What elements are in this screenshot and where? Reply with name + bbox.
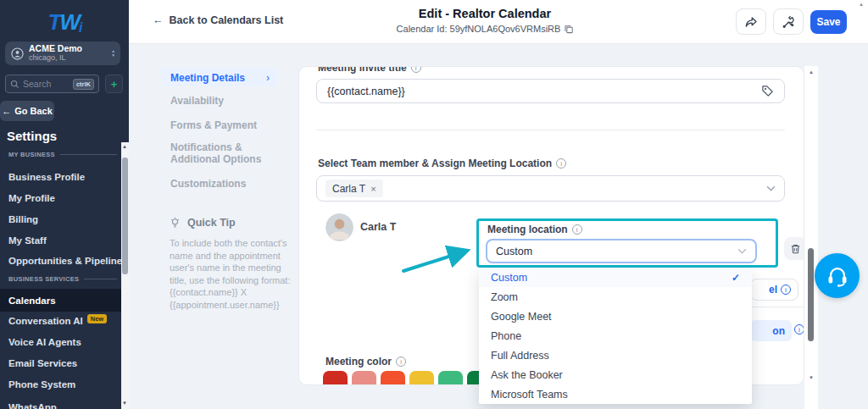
info-icon: i <box>396 356 406 367</box>
content-scroll-down-icon[interactable]: ▼ <box>808 375 815 380</box>
tab-notifications-additional-options[interactable]: Notifications & Additional Options <box>170 141 272 165</box>
member-avatar <box>326 213 353 241</box>
dropdown-option-custom[interactable]: Custom ✓ <box>479 268 752 287</box>
share-icon <box>744 15 758 29</box>
trash-icon <box>790 243 801 255</box>
sidebar-item-business-profile[interactable]: Business Profile <box>8 172 85 182</box>
new-badge: New <box>87 314 107 323</box>
color-swatch-red[interactable] <box>323 371 348 385</box>
search-input[interactable]: Search ctrlK <box>5 75 99 93</box>
sidebar-item-my-staff[interactable]: My Staff <box>8 235 47 246</box>
meeting-location-dropdown: Custom ✓ Zoom Google Meet Phone Full Add… <box>479 268 752 404</box>
back-arrow-icon: ← <box>2 106 11 116</box>
app-window: TWi ACME Demo chicago, IL ▴ ▾ Search ctr… <box>0 0 868 409</box>
search-icon <box>10 80 19 89</box>
save-button[interactable]: Save <box>810 10 847 34</box>
info-icon: i <box>781 285 791 295</box>
sidebar-item-phone-system[interactable]: Phone System <box>8 379 75 390</box>
delete-location-button[interactable] <box>784 237 804 260</box>
quick-tip-heading: Quick Tip <box>170 217 236 229</box>
sidebar-scrollbar-thumb[interactable] <box>122 158 128 274</box>
go-back-button[interactable]: ← Go Back <box>0 101 54 121</box>
page-scroll-up-icon[interactable]: ▲ <box>859 2 864 7</box>
scroll-gutter <box>804 66 818 409</box>
meeting-location-highlight: Meeting location i Custom <box>476 218 778 268</box>
sidebar-item-conversation-ai[interactable]: Conversation AINew <box>8 316 107 327</box>
meeting-invite-title-input[interactable]: {{contact.name}} <box>316 79 785 103</box>
account-icon <box>11 47 24 60</box>
sidebar-item-whatsapp[interactable]: WhatsApp <box>8 402 57 409</box>
meeting-invite-title-label: Meeting invite title i <box>318 66 421 74</box>
info-icon: i <box>572 224 582 235</box>
account-location: chicago, IL <box>29 53 82 63</box>
tag-icon[interactable] <box>761 85 774 97</box>
content-scroll-up-icon[interactable]: ▲ <box>808 69 815 75</box>
member-name: Carla T <box>360 221 396 233</box>
share-button[interactable] <box>736 8 766 35</box>
brand-logo: TWi <box>0 0 129 39</box>
scroll-down-icon[interactable]: ▼ <box>121 401 128 406</box>
quick-add-button[interactable]: + <box>105 75 123 93</box>
dropdown-option-microsoft-teams[interactable]: Microsoft Teams <box>479 384 752 404</box>
section-business-services: BUSINESS SERVICES <box>8 275 117 283</box>
lightbulb-icon <box>170 217 181 229</box>
sidebar-item-billing[interactable]: Billing <box>8 214 38 224</box>
color-swatch-orange[interactable] <box>381 371 405 385</box>
hidden-label-button[interactable]: el i <box>750 279 798 301</box>
sidebar-item-voice-ai-agents[interactable]: Voice AI Agents <box>8 337 81 347</box>
check-icon: ✓ <box>732 272 740 284</box>
account-name: ACME Demo <box>29 44 82 53</box>
dropdown-option-google-meet[interactable]: Google Meet <box>479 307 752 326</box>
settings-heading: Settings <box>7 129 57 143</box>
back-to-calendars-link[interactable]: ← Back to Calendars List <box>153 14 283 26</box>
page-title: Edit - Realtor Calendar <box>397 7 574 20</box>
title-block: Edit - Realtor Calendar Calendar Id: 59y… <box>397 7 574 34</box>
section-my-business: MY BUSINESS <box>8 151 117 158</box>
tab-forms-payment[interactable]: Forms & Payment <box>170 119 257 131</box>
tab-availability[interactable]: Availability <box>170 95 224 107</box>
sidebar-item-my-profile[interactable]: My Profile <box>8 193 55 203</box>
sidebar-item-opportunities-pipelines[interactable]: Opportunities & Pipelines <box>8 256 128 266</box>
meeting-location-select[interactable]: Custom <box>486 239 757 263</box>
color-swatch-green[interactable] <box>438 371 463 385</box>
info-icon: i <box>556 158 566 169</box>
sidebar-item-calendars[interactable]: Calendars <box>0 289 121 312</box>
dropdown-option-full-address[interactable]: Full Address <box>479 345 752 365</box>
dropdown-option-phone[interactable]: Phone <box>479 326 752 345</box>
headset-icon <box>825 263 850 289</box>
team-member-chip: Carla T × <box>326 180 383 197</box>
meeting-location-label: Meeting location i <box>487 224 582 235</box>
account-chevrons-icon[interactable]: ▴ ▾ <box>112 49 114 58</box>
support-button[interactable] <box>815 253 860 298</box>
remove-chip-icon[interactable]: × <box>370 184 376 194</box>
calendar-id: Calendar Id: 59yfNOLA6Qov6VRMsiRB <box>397 24 574 34</box>
quick-tip-body: To include both the contact's name and t… <box>170 237 293 311</box>
tools-icon <box>782 15 795 29</box>
tab-customizations[interactable]: Customizations <box>170 178 246 190</box>
scroll-up-icon[interactable]: ▲ <box>121 144 128 149</box>
chevron-down-icon <box>737 248 747 254</box>
info-icon: i <box>411 66 421 73</box>
team-member-label: Select Team member & Assign Meeting Loca… <box>318 158 566 169</box>
plus-icon: + <box>111 78 118 91</box>
sidebar: TWi ACME Demo chicago, IL ▴ ▾ Search ctr… <box>0 0 129 409</box>
dropdown-option-ask-the-booker[interactable]: Ask the Booker <box>479 365 752 384</box>
search-placeholder: Search <box>23 79 51 89</box>
content-scrollbar-thumb[interactable] <box>808 248 814 341</box>
color-swatch-yellow[interactable] <box>409 371 434 385</box>
tools-button[interactable] <box>773 8 804 35</box>
account-switcher[interactable]: ACME Demo chicago, IL ▴ ▾ <box>5 41 120 65</box>
info-icon: i <box>794 324 804 334</box>
copy-icon[interactable] <box>564 25 573 34</box>
color-swatch-salmon[interactable] <box>352 371 376 385</box>
sidebar-item-email-services[interactable]: Email Services <box>8 358 77 368</box>
team-member-select[interactable]: Carla T × <box>316 175 785 202</box>
header: ← Back to Calendars List Edit - Realtor … <box>129 0 868 44</box>
divider <box>316 130 785 130</box>
dropdown-option-zoom[interactable]: Zoom <box>479 287 752 307</box>
chevron-right-icon: › <box>266 72 270 84</box>
back-arrow-icon: ← <box>153 14 164 26</box>
tab-meeting-details[interactable]: Meeting Details › <box>161 69 277 86</box>
hidden-location-button[interactable]: on <box>750 320 792 341</box>
shortcut-badge: ctrlK <box>73 79 94 90</box>
